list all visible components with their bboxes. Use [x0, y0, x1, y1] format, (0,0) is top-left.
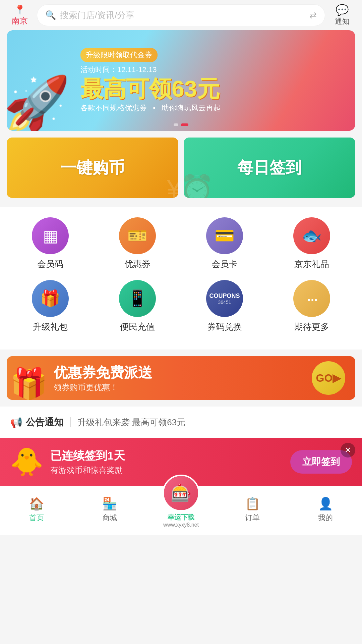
location-text: 南京: [12, 15, 28, 26]
upgrade-pack-label: 升级礼包: [33, 321, 68, 333]
nav-home[interactable]: 🏠 首页: [16, 497, 57, 523]
promo-text: 优惠券免费派送 领券购币更优惠！: [54, 363, 152, 393]
gift-icon: 🎁: [10, 366, 48, 400]
banner-content: 升级限时领取代金券 活动时间：12.11-12.13 最高可领63元 各款不同规…: [7, 30, 355, 131]
lucky-download-icon: 🎰: [163, 475, 199, 512]
notice-bar: 📢 公告通知 升级礼包来袭 最高可领63元: [0, 407, 362, 438]
more-item[interactable]: ··· 期待更多: [285, 280, 339, 333]
signin-text: 已连续签到1天 有游戏币和惊喜奖励: [50, 448, 284, 476]
banner-time: 活动时间：12.11-12.13: [80, 65, 342, 75]
search-bar[interactable]: 🔍 搜索门店/资讯/分享 ⇄: [37, 4, 325, 26]
more-label: 期待更多: [294, 321, 329, 333]
dot-1: [174, 123, 178, 126]
buy-coins-banner[interactable]: ¥ 一键购币: [7, 138, 178, 198]
upgrade-pack-icon: 🎁: [32, 280, 69, 317]
more-icon: ···: [293, 280, 330, 317]
bottom-navigation: 🏠 首页 🏪 商城 🎰 幸运下载 www.xyxy8.net 📋 订单 👤 我的: [0, 486, 362, 535]
orders-label: 订单: [245, 513, 260, 523]
promo-sub-text: 领券购币更优惠！: [54, 382, 152, 393]
location-icon: 📍: [14, 4, 26, 15]
signin-main-text: 已连续签到1天: [50, 448, 284, 464]
coupon-exchange-label: 券码兑换: [207, 321, 242, 333]
recharge-label: 便民充值: [120, 321, 155, 333]
shop-label: 商城: [102, 513, 117, 523]
signin-sub-text: 有游戏币和惊喜奖励: [50, 465, 284, 476]
notice-title: 公告通知: [26, 416, 63, 429]
dot-2: [181, 123, 188, 126]
notice-content: 升级礼包来袭 最高可领63元: [77, 417, 185, 428]
coupon-label: 优惠券: [124, 258, 150, 270]
nav-center-download[interactable]: 🎰 幸运下载 www.xyxy8.net: [163, 475, 199, 528]
member-code-icon: ▦: [32, 217, 69, 254]
nav-orders[interactable]: 📋 订单: [232, 497, 273, 523]
upgrade-pack-item[interactable]: 🎁 升级礼包: [23, 280, 77, 333]
home-label: 首页: [29, 513, 44, 523]
member-card-label: 会员卡: [212, 258, 238, 270]
jd-gift-icon: 🐟: [293, 217, 330, 254]
lucky-download-sublabel: www.xyxy8.net: [163, 522, 199, 528]
mascot-icon: 🐥: [10, 446, 44, 478]
daily-checkin-label: 每日签到: [237, 157, 302, 178]
buy-coins-label: 一键购币: [60, 157, 125, 178]
signin-close-button[interactable]: ✕: [341, 443, 355, 458]
banner-promo-tag: 升级限时领取代金券: [80, 48, 158, 62]
coupon-exchange-icon: COUPONS 36451: [206, 280, 243, 317]
scan-icon: ⇄: [309, 10, 317, 20]
feature-icon-grid: ▦ 会员码 🎫 优惠券 💳 会员卡 🐟 京东礼品 🎁 升级礼包 📱 便民充值 C…: [0, 207, 362, 350]
banner-dots: [174, 123, 188, 126]
notice-divider: [70, 417, 71, 427]
promo-go-label: GO▶: [316, 372, 341, 384]
profile-label: 我的: [318, 513, 333, 523]
promo-main-text: 优惠券免费派送: [54, 363, 152, 382]
home-icon: 🏠: [29, 497, 44, 511]
coupon-promo-banner[interactable]: 🎁 优惠券免费派送 领券购币更优惠！ GO▶: [7, 356, 355, 400]
member-card-icon: 💳: [206, 217, 243, 254]
gold-deco: ¥: [167, 174, 179, 198]
jd-gift-label: 京东礼品: [294, 258, 329, 270]
icon-row-2: 🎁 升级礼包 📱 便民充值 COUPONS 36451 券码兑换 ··· 期待更…: [7, 280, 355, 333]
quick-action-banners: ¥ 一键购币 ⏰ 每日签到: [7, 138, 355, 198]
orders-icon: 📋: [245, 497, 260, 511]
nav-profile[interactable]: 👤 我的: [305, 497, 346, 523]
member-code-label: 会员码: [37, 258, 63, 270]
lucky-download-label: 幸运下载: [168, 513, 194, 522]
member-card-item[interactable]: 💳 会员卡: [198, 217, 251, 270]
jd-gift-item[interactable]: 🐟 京东礼品: [285, 217, 339, 270]
notify-button[interactable]: 💬 通知: [330, 4, 354, 26]
coupon-item[interactable]: 🎫 优惠券: [111, 217, 164, 270]
banner-main-text: 最高可领63元: [80, 76, 342, 101]
coupon-icon: 🎫: [119, 217, 156, 254]
notify-label: 通知: [335, 16, 350, 26]
header: 📍 南京 🔍 搜索门店/资讯/分享 ⇄ 💬 通知: [0, 0, 362, 30]
daily-checkin-banner[interactable]: ⏰ 每日签到: [184, 138, 355, 198]
search-placeholder: 搜索门店/资讯/分享: [60, 9, 134, 21]
profile-icon: 👤: [318, 497, 333, 511]
member-code-item[interactable]: ▦ 会员码: [23, 217, 77, 270]
megaphone-icon: 📢: [10, 417, 22, 428]
main-banner[interactable]: 🚀 升级限时领取代金券 活动时间：12.11-12.13 最高可领63元 各款不…: [7, 30, 355, 131]
recharge-icon: 📱: [119, 280, 156, 317]
nav-shop[interactable]: 🏪 商城: [89, 497, 130, 523]
location-selector[interactable]: 📍 南京: [8, 4, 32, 26]
coupon-exchange-item[interactable]: COUPONS 36451 券码兑换: [198, 280, 251, 333]
green-deco: ⏰: [184, 173, 214, 198]
icon-row-1: ▦ 会员码 🎫 优惠券 💳 会员卡 🐟 京东礼品: [7, 217, 355, 270]
shop-icon: 🏪: [102, 497, 117, 511]
banner-sub-text: 各款不同规格优惠券 • 助你嗨玩风云再起: [80, 103, 342, 113]
notice-label-section: 📢 公告通知: [10, 416, 63, 429]
notify-icon: 💬: [336, 4, 349, 16]
promo-go-button[interactable]: GO▶: [312, 361, 345, 395]
search-icon: 🔍: [45, 10, 56, 20]
recharge-item[interactable]: 📱 便民充值: [111, 280, 164, 333]
